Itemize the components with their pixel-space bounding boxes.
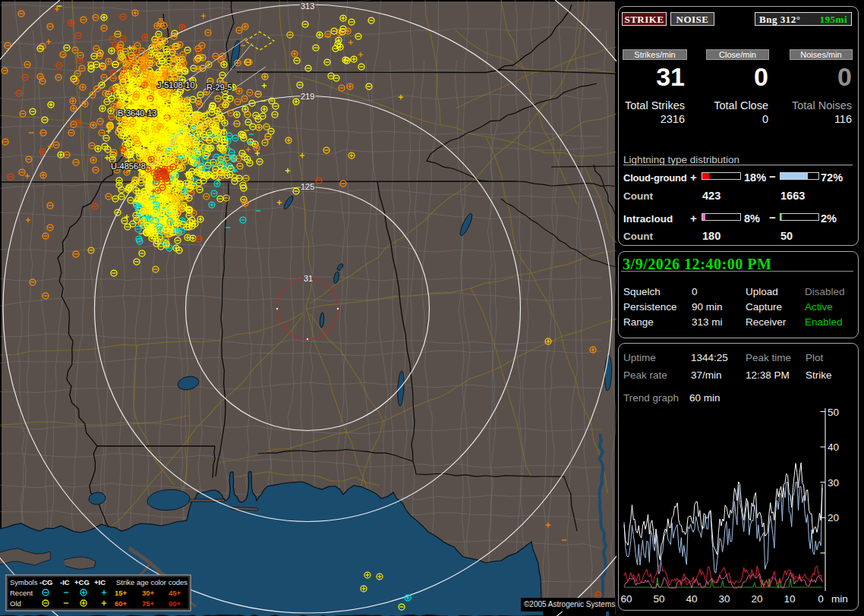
svg-text:40: 40 bbox=[686, 593, 697, 605]
svg-text:0: 0 bbox=[818, 593, 824, 605]
svg-text:40: 40 bbox=[828, 442, 839, 453]
svg-text:10: 10 bbox=[784, 593, 795, 605]
svg-text:31: 31 bbox=[304, 274, 313, 283]
svg-text:+CG: +CG bbox=[74, 578, 90, 586]
svg-text:30: 30 bbox=[718, 593, 730, 605]
svg-text:313: 313 bbox=[301, 2, 314, 11]
svg-text:50: 50 bbox=[828, 407, 839, 418]
svg-text:15+: 15+ bbox=[115, 589, 128, 597]
svg-text:©2005 Astrogenic Systems: ©2005 Astrogenic Systems bbox=[524, 600, 615, 608]
svg-text:125: 125 bbox=[301, 182, 314, 191]
svg-text:20: 20 bbox=[751, 593, 762, 605]
svg-text:20: 20 bbox=[828, 512, 839, 523]
svg-text:+IC: +IC bbox=[94, 578, 106, 586]
svg-text:45+: 45+ bbox=[169, 589, 181, 597]
svg-text:50: 50 bbox=[653, 593, 664, 605]
svg-text:75+: 75+ bbox=[142, 599, 155, 608]
svg-text:Symbols: Symbols bbox=[10, 578, 38, 586]
svg-text:B-3640-13: B-3640-13 bbox=[118, 108, 156, 118]
svg-text:U-4856-8: U-4856-8 bbox=[111, 162, 146, 171]
svg-text:219: 219 bbox=[301, 92, 314, 101]
svg-text:90+: 90+ bbox=[169, 599, 181, 608]
svg-text:-IC: -IC bbox=[60, 578, 70, 586]
svg-text:30: 30 bbox=[828, 477, 839, 489]
svg-text:min: min bbox=[831, 593, 848, 605]
svg-text:Recent: Recent bbox=[10, 589, 33, 597]
svg-text:-CG: -CG bbox=[39, 578, 52, 586]
svg-text:30+: 30+ bbox=[142, 589, 155, 597]
svg-text:60+: 60+ bbox=[115, 599, 128, 608]
svg-text:Strike age color codes: Strike age color codes bbox=[116, 578, 188, 586]
svg-text:Old: Old bbox=[10, 599, 21, 608]
svg-text:J-5108-10: J-5108-10 bbox=[157, 80, 195, 90]
svg-text:R-29-5: R-29-5 bbox=[207, 83, 232, 92]
svg-text:60: 60 bbox=[620, 593, 632, 605]
